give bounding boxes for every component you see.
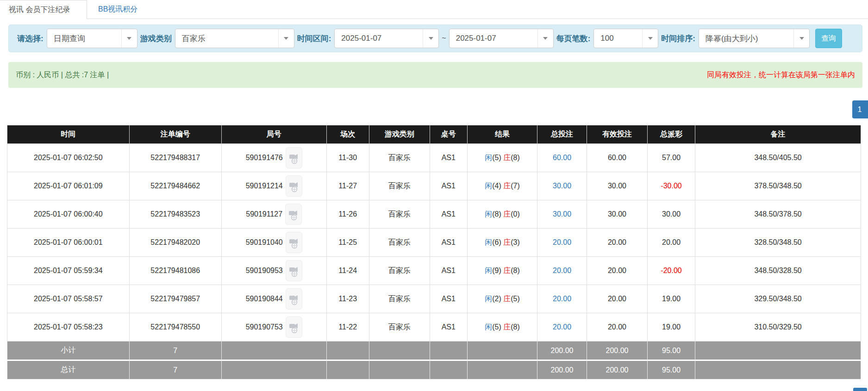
- chevron-down-icon: [423, 29, 438, 48]
- table-row: 2025-01-07 06:00:01 522179482020 5901910…: [7, 229, 861, 257]
- game-category-select[interactable]: 百家乐: [175, 29, 294, 48]
- total-bet-cell: 20.00: [537, 313, 587, 341]
- video-replay-button[interactable]: [285, 204, 302, 225]
- time-cell: 2025-01-07 05:58:57: [7, 285, 130, 313]
- date-from-select[interactable]: 2025-01-07: [334, 29, 439, 48]
- result-banker-label: 庄: [503, 154, 511, 161]
- result-player-label: 闲: [485, 238, 492, 246]
- video-replay-button[interactable]: [286, 260, 302, 281]
- game-category-cell: 百家乐: [369, 200, 430, 229]
- time-cell: 2025-01-07 05:59:34: [7, 257, 130, 285]
- result-cell: 闲(4) 庄(7): [467, 172, 537, 200]
- page-size-label: 每页笔数:: [556, 33, 591, 44]
- result-banker-label: 庄: [503, 295, 511, 303]
- video-replay-button[interactable]: [286, 288, 302, 310]
- total-bet-cell: 30.00: [537, 200, 587, 229]
- film-video-icon: [289, 236, 299, 249]
- tab-bb-video-points[interactable]: BB视讯积分: [87, 0, 151, 19]
- total-bet-link[interactable]: 30.00: [553, 182, 571, 190]
- col-bet-id: 注单编号: [129, 125, 221, 144]
- payout-cell: 19.00: [647, 313, 695, 341]
- result-player-label: 闲: [485, 210, 492, 218]
- total-bet-link[interactable]: 20.00: [553, 323, 571, 331]
- payout-cell: 19.00: [647, 285, 695, 313]
- time-sort-label: 时间排序:: [661, 33, 695, 44]
- subtotal-payout: 95.00: [647, 341, 695, 360]
- chevron-down-icon: [642, 29, 658, 48]
- col-time: 时间: [7, 125, 130, 144]
- page-1-button-bottom-partial[interactable]: [853, 388, 867, 391]
- result-banker-count: (3): [511, 238, 520, 246]
- result-banker-label: 庄: [503, 267, 511, 274]
- game-category-cell: 百家乐: [369, 229, 430, 257]
- time-sort-select[interactable]: 降幂(由大到小): [699, 29, 810, 48]
- video-replay-button[interactable]: [286, 232, 302, 253]
- total-payout: 95.00: [647, 360, 695, 379]
- table-no-cell: AS1: [430, 313, 467, 341]
- payout-cell: 30.00: [647, 200, 695, 229]
- time-cell: 2025-01-07 05:58:23: [7, 313, 130, 341]
- date-to-select[interactable]: 2025-01-07: [449, 29, 554, 48]
- col-remark: 备注: [695, 125, 861, 144]
- total-row: 总计 7 200.00 200.00 95.00: [7, 360, 861, 379]
- total-bet-cell: 30.00: [537, 172, 587, 200]
- total-bet-link[interactable]: 20.00: [553, 295, 571, 303]
- bet-id-cell: 522179488317: [129, 144, 221, 172]
- session-cell: 11-30: [326, 144, 369, 172]
- total-bet-link[interactable]: 20.00: [553, 267, 571, 274]
- video-replay-button[interactable]: [286, 147, 302, 168]
- table-no-cell: AS1: [430, 257, 467, 285]
- bet-id-cell: 522179479857: [129, 285, 221, 313]
- filter-bar: 请选择: 日期查询 游戏类别 百家乐 时间区间: 2025-01-07 ~ 20…: [8, 25, 862, 52]
- valid-bet-cell: 20.00: [587, 229, 648, 257]
- film-video-icon: [289, 321, 299, 334]
- result-cell: 闲(8) 庄(0): [467, 200, 537, 229]
- total-count: 7: [129, 360, 221, 379]
- tab-video-bet-records[interactable]: 视讯 会员下注纪录: [0, 0, 87, 19]
- remark-cell: 329.50/348.50: [695, 285, 861, 313]
- round-id-value: 590190844: [246, 295, 283, 303]
- result-player-label: 闲: [485, 323, 492, 331]
- bet-id-cell: 522179478550: [129, 313, 221, 341]
- game-category-cell: 百家乐: [369, 144, 430, 172]
- table-no-cell: AS1: [430, 144, 467, 172]
- result-banker-count: (8): [511, 154, 520, 161]
- bet-id-cell: 522179484662: [129, 172, 221, 200]
- date-from-value: 2025-01-07: [335, 34, 423, 43]
- table-no-cell: AS1: [430, 229, 467, 257]
- film-video-icon: [289, 292, 299, 305]
- query-type-label: 请选择:: [17, 33, 44, 44]
- game-category-cell: 百家乐: [369, 257, 430, 285]
- result-banker-label: 庄: [503, 238, 511, 246]
- result-banker-label: 庄: [503, 210, 511, 218]
- table-no-cell: AS1: [430, 285, 467, 313]
- total-label: 总计: [7, 360, 130, 379]
- result-player-count: (5): [492, 154, 501, 161]
- film-video-icon: [289, 264, 299, 277]
- film-video-icon: [289, 151, 299, 164]
- date-to-value: 2025-01-07: [450, 34, 537, 43]
- round-id-cell: 590191127: [221, 200, 326, 229]
- query-type-select[interactable]: 日期查询: [47, 29, 137, 48]
- page-1-button[interactable]: 1: [852, 100, 868, 118]
- page-size-select[interactable]: 100: [593, 29, 658, 48]
- bet-records-table: 时间 注单编号 局号 场次 游戏类别 桌号 结果 总投注 有效投注 总派彩 备注…: [7, 125, 861, 379]
- result-player-label: 闲: [485, 154, 492, 161]
- video-replay-button[interactable]: [286, 317, 302, 338]
- video-replay-button[interactable]: [286, 175, 302, 197]
- remark-cell: 348.50/378.50: [695, 200, 861, 229]
- game-category-cell: 百家乐: [369, 172, 430, 200]
- subtotal-total-bet: 200.00: [537, 341, 587, 360]
- valid-bet-cell: 60.00: [587, 144, 648, 172]
- total-bet-link[interactable]: 30.00: [553, 210, 571, 218]
- total-bet-link[interactable]: 20.00: [553, 238, 571, 246]
- tab-bar: 视讯 会员下注纪录 BB视讯积分: [0, 0, 868, 19]
- query-button[interactable]: 查询: [815, 29, 842, 48]
- range-separator: ~: [442, 34, 446, 43]
- total-bet-link[interactable]: 60.00: [553, 154, 571, 161]
- game-category-label: 游戏类别: [140, 33, 172, 44]
- session-cell: 11-25: [326, 229, 369, 257]
- remark-cell: 348.50/405.50: [695, 144, 861, 172]
- table-row: 2025-01-07 05:58:57 522179479857 5901908…: [7, 285, 861, 313]
- result-banker-count: (0): [511, 210, 520, 218]
